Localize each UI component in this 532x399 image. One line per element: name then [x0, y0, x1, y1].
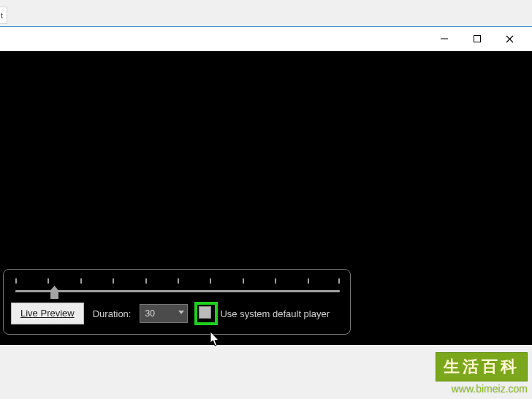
timeline-slider[interactable] — [15, 278, 340, 300]
slider-track — [15, 290, 340, 292]
maximize-icon — [474, 35, 481, 42]
slider-tick — [243, 278, 244, 284]
duration-value: 30 — [145, 308, 154, 319]
titlebar — [0, 27, 532, 50]
slider-tick — [48, 278, 49, 284]
preview-window: Live Preview Duration: 30 Use system def… — [0, 26, 532, 345]
chevron-down-icon — [178, 311, 184, 314]
slider-tick — [113, 278, 114, 284]
minimize-icon — [441, 35, 448, 42]
minimize-button[interactable] — [428, 28, 460, 50]
watermark-url: www.bimeiz.com — [436, 383, 528, 395]
slider-tick — [178, 278, 179, 284]
svg-rect-0 — [441, 39, 448, 39]
svg-rect-1 — [474, 36, 480, 42]
slider-thumb[interactable] — [50, 286, 58, 299]
slider-tick — [80, 278, 82, 284]
live-preview-button[interactable]: Live Preview — [11, 303, 84, 324]
preview-control-panel: Live Preview Duration: 30 Use system def… — [3, 269, 351, 335]
control-row: Live Preview Duration: 30 Use system def… — [11, 302, 343, 325]
close-icon — [506, 35, 514, 43]
use-default-player-checkbox[interactable] — [197, 304, 216, 323]
ribbon-tab-fragment[interactable]: t — [0, 7, 7, 24]
slider-tick — [338, 278, 340, 284]
duration-label: Duration: — [93, 308, 132, 319]
close-button[interactable] — [493, 28, 526, 50]
duration-select[interactable]: 30 — [140, 304, 188, 323]
maximize-button[interactable] — [460, 28, 493, 50]
slider-tick — [275, 278, 276, 284]
watermark-title: 生活百科 — [436, 352, 528, 381]
checkbox-box-icon — [199, 306, 211, 319]
slider-tick — [210, 278, 211, 284]
video-preview-area: Live Preview Duration: 30 Use system def… — [0, 51, 532, 345]
slider-tick — [15, 278, 17, 284]
watermark: 生活百科 www.bimeiz.com — [436, 352, 528, 395]
use-default-player-label: Use system default player — [220, 308, 330, 319]
slider-tick — [145, 278, 147, 284]
slider-tick — [308, 278, 309, 284]
